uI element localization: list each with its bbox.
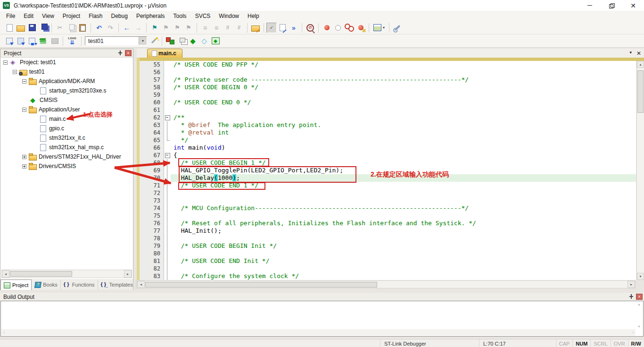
scroll-thumb[interactable] [637,70,644,113]
tree-item-test01[interactable]: test01 [0,67,133,76]
options-wand-icon[interactable] [148,36,159,46]
back-icon[interactable] [121,23,132,33]
menu-tools[interactable]: Tools [169,11,191,21]
bookmark-next-icon[interactable] [160,23,172,33]
menu-window[interactable]: Window [215,11,243,21]
minimize-button[interactable] [579,0,601,11]
collapse-icon[interactable] [13,70,17,74]
window-layout-icon[interactable] [372,23,387,33]
breakpoint-enable-icon[interactable] [332,23,344,33]
target-select[interactable]: test01▾ [85,36,147,45]
bookmark-clear-icon[interactable] [183,23,194,33]
scroll-right-icon[interactable]: › [632,330,634,335]
find-symbol-icon[interactable] [305,23,316,33]
code-editor[interactable]: 55/* USER CODE END PFP */5657/* Private … [140,61,636,280]
breakpoints-disable-icon[interactable] [344,23,355,33]
cut-icon[interactable] [54,23,66,33]
translate-icon[interactable] [4,36,15,46]
pack-installer-icon[interactable] [210,36,221,46]
tree-item-stm32f1xx-it-c[interactable]: stm32f1xx_it.c [0,133,133,143]
scroll-down-icon[interactable]: ▾ [638,324,640,329]
close-button[interactable]: ✕ [622,0,644,11]
paste-icon[interactable] [77,23,88,33]
scroll-left-icon[interactable]: ◂ [137,281,145,288]
collapse-icon[interactable] [3,60,8,65]
build-output-content[interactable]: ▴▾ ‹› [0,301,644,337]
breakpoint-icon[interactable] [321,23,332,33]
rebuild-icon[interactable] [26,36,38,46]
indent-left-icon[interactable] [199,23,211,33]
panel-close-button[interactable]: × [636,294,643,300]
tree-item-startup-stm32f103xe-s[interactable]: startup_stm32f103xe.s [0,86,133,95]
panel-tab-project[interactable]: Project [0,279,32,290]
panel-tab-books[interactable]: Books [32,279,61,290]
save-all-icon[interactable] [38,23,49,33]
tree-item-gpio-c[interactable]: gpio.c [0,124,133,133]
menu-file[interactable]: File [2,11,19,21]
find-in-files-icon[interactable] [277,23,288,33]
bookmark-prev-icon[interactable] [172,23,183,33]
stop-build-icon[interactable] [49,36,60,46]
menu-debug[interactable]: Debug [107,11,132,21]
fold-marker-icon[interactable] [164,114,171,121]
breakpoints-kill-icon[interactable] [355,23,366,33]
scroll-right-icon[interactable]: ▸ [124,270,132,278]
configure-icon[interactable] [392,23,403,33]
scroll-thumb[interactable] [10,271,72,277]
comment-lines-icon[interactable] [222,23,233,33]
forward-icon[interactable] [132,23,144,33]
uncomment-lines-icon[interactable] [233,23,245,33]
new-file-icon[interactable] [4,23,15,33]
tree-item-drivers-cmsis[interactable]: Drivers/CMSIS [0,161,133,171]
menu-flash[interactable]: Flash [84,11,107,21]
tree-item-application-mdk-arm[interactable]: Application/MDK-ARM [0,76,133,86]
redo-icon[interactable] [105,23,116,33]
save-icon[interactable] [26,23,38,33]
pin-icon[interactable] [629,294,634,299]
scroll-up-icon[interactable]: ▴ [637,61,644,68]
scroll-down-icon[interactable]: ▾ [637,273,644,280]
scroll-left-icon[interactable]: ‹ [3,330,5,335]
editor-close-icon[interactable]: ✕ [636,50,641,57]
restore-button[interactable] [601,0,622,11]
menu-svcs[interactable]: SVCS [191,11,215,21]
editor-hscrollbar[interactable]: ◂ ▸ [137,280,636,288]
batch-build-icon[interactable] [38,36,49,46]
tree-item-project-test01[interactable]: Project: test01 [0,58,133,67]
editor-vscrollbar[interactable]: ▴ ▾ [636,61,644,280]
edit-document-icon[interactable] [250,23,261,33]
search-combo-icon[interactable] [266,23,277,33]
menu-help[interactable]: Help [243,11,264,21]
project-hscrollbar[interactable]: ◂ ▸ [1,270,132,278]
download-flash-icon[interactable]: LOAD [66,36,79,46]
menu-peripherals[interactable]: Peripherals [132,11,169,21]
software-packs-icon[interactable] [198,36,210,46]
bookmark-toggle-icon[interactable] [149,23,160,33]
scroll-up-icon[interactable]: ▴ [638,302,640,306]
tab-main-c[interactable]: main.c [147,49,182,58]
expand-icon[interactable] [22,164,26,169]
tree-item-main-c[interactable]: main.c [0,114,133,124]
panel-close-button[interactable]: × [125,50,132,56]
collapse-icon[interactable] [22,108,26,112]
undo-icon[interactable] [93,23,105,33]
find-next-icon[interactable] [288,23,299,33]
pin-icon[interactable] [118,51,123,56]
fold-marker-icon[interactable] [164,152,171,159]
collapse-icon[interactable] [22,79,26,84]
build-output-hscrollbar[interactable]: ‹› [1,329,636,336]
menu-project[interactable]: Project [58,11,84,21]
manage-items-icon[interactable] [176,36,187,46]
tree-item-cmsis[interactable]: CMSIS [0,95,133,105]
panel-tab-templates[interactable]: Templates [98,279,136,290]
scroll-thumb[interactable] [145,282,377,288]
copy-icon[interactable] [66,23,77,33]
menu-edit[interactable]: Edit [19,11,38,21]
tree-item-application-user[interactable]: Application/User [0,105,133,114]
tree-item-stm32f1xx-hal-msp-c[interactable]: stm32f1xx_hal_msp.c [0,143,133,152]
expand-icon[interactable] [22,155,26,159]
open-project-icon[interactable] [15,23,26,33]
scroll-left-icon[interactable]: ◂ [2,270,9,278]
menu-view[interactable]: View [38,11,58,21]
window-list-icon[interactable]: ▾ [629,50,632,57]
